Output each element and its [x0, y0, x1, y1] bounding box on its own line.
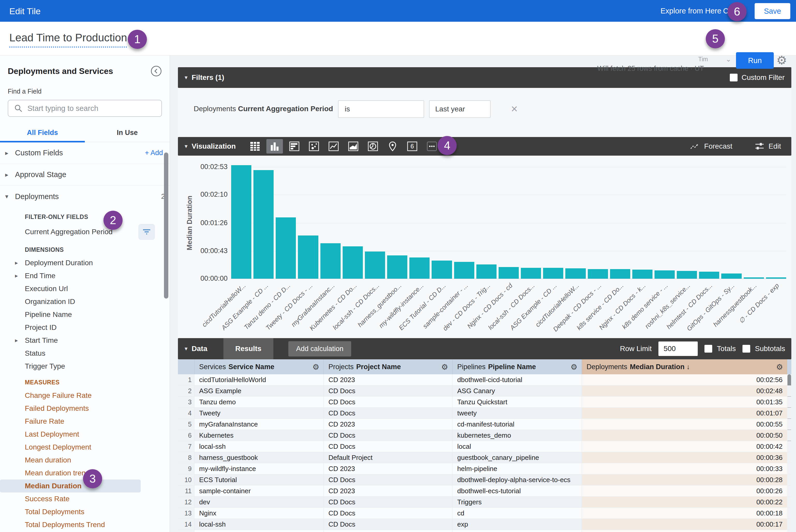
table-row[interactable]: 13NginxCD Docscd00:00:18: [178, 508, 791, 519]
table-row[interactable]: 14local-sshCD Docsexp00:00:17: [178, 519, 791, 530]
group-deployments[interactable]: ▾ Deployments 2: [0, 186, 170, 207]
measure-item[interactable]: Failed Deployments: [0, 402, 170, 415]
gear-icon[interactable]: ⚙: [441, 362, 448, 372]
bar[interactable]: [744, 278, 764, 279]
field-search-box[interactable]: [8, 100, 162, 117]
remove-filter-icon[interactable]: ×: [511, 102, 518, 115]
tab-all-fields[interactable]: All Fields: [0, 129, 85, 142]
dimension-item[interactable]: Project ID: [0, 321, 170, 334]
bar[interactable]: [543, 268, 563, 279]
column-header[interactable]: ProjectsProject Name⚙: [324, 359, 452, 374]
table-row[interactable]: 8harness_guestbookDefault Projectguestbo…: [178, 452, 791, 463]
bar[interactable]: [409, 258, 429, 279]
table-row[interactable]: 10ECS TutorialCD Docsdbothwell-deploy-al…: [178, 474, 791, 486]
bar[interactable]: [343, 246, 363, 279]
bar[interactable]: [610, 269, 630, 279]
tab-results[interactable]: Results: [223, 338, 273, 359]
bar[interactable]: [432, 261, 452, 279]
gear-icon[interactable]: ⚙: [312, 362, 319, 372]
gear-icon[interactable]: ⚙: [571, 362, 577, 372]
bar[interactable]: [298, 235, 318, 279]
column-header[interactable]: PipelinesPipeline Name⚙: [452, 359, 582, 374]
table-row[interactable]: 7local-sshCD Docslocal00:00:42: [178, 441, 791, 452]
bar[interactable]: [276, 217, 296, 279]
bar[interactable]: [254, 170, 274, 279]
edit-viz-button[interactable]: Edit: [755, 142, 781, 151]
table-row[interactable]: 11sample-containerCD 2023dbothwell-ecs-t…: [178, 486, 791, 497]
line-chart-icon[interactable]: [325, 139, 342, 154]
field-current-aggregation-period[interactable]: Current Aggregation Period: [0, 224, 170, 240]
bar[interactable]: [476, 264, 497, 279]
dimension-item[interactable]: ▸Deployment Duration: [0, 256, 170, 269]
single-value-icon[interactable]: 6: [404, 139, 421, 154]
table-row[interactable]: 15ASG ExampleCD DocsASG Rolling00:00:17: [178, 530, 791, 532]
totals-checkbox[interactable]: [704, 345, 712, 353]
bar[interactable]: [699, 272, 719, 279]
gear-icon[interactable]: ⚙: [776, 362, 783, 372]
bar[interactable]: [588, 269, 608, 279]
dimension-item[interactable]: Execution Url: [0, 282, 170, 295]
table-row[interactable]: 3Tanzu demoCD DocsTanzu Quickstart00:01:…: [178, 397, 791, 408]
measure-item[interactable]: Failure Rate: [0, 415, 170, 428]
measure-item-selected[interactable]: Median Duration: [0, 479, 141, 492]
bar[interactable]: [721, 273, 741, 279]
sidebar-scrollbar[interactable]: [164, 153, 168, 299]
measure-item[interactable]: Longest Deployment: [0, 441, 170, 454]
horizontal-bar-icon[interactable]: [286, 139, 302, 154]
add-calculation-button[interactable]: Add calculation: [288, 341, 351, 357]
filter-field-button[interactable]: [138, 224, 155, 240]
explore-from-here-button[interactable]: Explore from Here: [661, 7, 721, 15]
table-row[interactable]: 6KubernetesCD Docskubernetes_demo00:00:5…: [178, 430, 791, 441]
visualization-panel-header[interactable]: ▾ Visualization: [178, 137, 791, 156]
table-row[interactable]: 12devCD DocsTriggers00:00:22: [178, 497, 791, 508]
group-approval-stage[interactable]: ▸ Approval Stage: [0, 164, 170, 186]
measure-item[interactable]: Change Failure Rate: [0, 389, 170, 402]
dimension-item[interactable]: Pipeline Name: [0, 308, 170, 321]
table-row[interactable]: 5myGrafanaInstanceCD 2023cd-manifest-tut…: [178, 419, 791, 430]
custom-filter-checkbox[interactable]: [730, 74, 738, 81]
measure-item[interactable]: Mean duration: [0, 454, 170, 467]
search-input[interactable]: [27, 104, 156, 113]
forecast-button[interactable]: Forecast: [690, 142, 733, 151]
data-panel-header[interactable]: ▾ Data Results Add calculation Row Limit…: [178, 338, 791, 359]
scatter-icon[interactable]: [306, 139, 322, 154]
table-row[interactable]: 2ASG ExampleCD DocsASG Canary00:02:48: [178, 385, 791, 397]
filter-value-input[interactable]: Last year: [429, 100, 490, 118]
bar[interactable]: [521, 268, 541, 279]
dimension-item[interactable]: Trigger Type: [0, 360, 170, 373]
group-custom-fields[interactable]: ▸ Custom Fields + Add: [0, 142, 170, 164]
dimension-item[interactable]: Status: [0, 347, 170, 360]
pie-chart-icon[interactable]: [365, 139, 381, 154]
measure-item[interactable]: Total Deployments: [0, 506, 170, 518]
table-row[interactable]: 9my-wildfly-instanceCD 2023helm-pipeline…: [178, 463, 791, 474]
bar[interactable]: [654, 270, 675, 279]
save-button[interactable]: Save: [755, 3, 790, 19]
caret-right-icon[interactable]: ▸: [15, 337, 18, 344]
measure-item[interactable]: Last Deployment: [0, 428, 170, 441]
bar[interactable]: [565, 268, 586, 279]
dimension-item[interactable]: ▸Start Time: [0, 334, 170, 347]
subtotals-checkbox[interactable]: [742, 345, 750, 353]
bar[interactable]: [320, 243, 340, 279]
gear-icon[interactable]: ⚙: [776, 53, 787, 67]
tab-in-use[interactable]: In Use: [85, 129, 170, 142]
bar[interactable]: [766, 278, 786, 279]
table-icon[interactable]: [247, 139, 263, 154]
map-pin-icon[interactable]: [384, 139, 401, 154]
bar[interactable]: [231, 165, 252, 279]
column-header[interactable]: ServicesService Name⚙: [195, 359, 324, 374]
timezone-selector[interactable]: Tim: [698, 56, 708, 63]
dimension-item[interactable]: ▸End Time: [0, 269, 170, 282]
bar[interactable]: [632, 270, 652, 279]
caret-right-icon[interactable]: ▸: [15, 260, 18, 266]
bar[interactable]: [499, 267, 519, 279]
bar[interactable]: [677, 271, 697, 279]
bar[interactable]: [454, 262, 474, 279]
table-row[interactable]: 4TweetyCD Docstweety00:01:07: [178, 408, 791, 419]
run-button[interactable]: Run: [736, 52, 774, 69]
filter-operator-select[interactable]: is: [338, 100, 424, 118]
bar-chart-icon[interactable]: [266, 139, 283, 154]
bar[interactable]: [387, 255, 407, 279]
caret-right-icon[interactable]: ▸: [15, 272, 18, 279]
measure-item[interactable]: Total Deployments Trend: [0, 518, 170, 531]
